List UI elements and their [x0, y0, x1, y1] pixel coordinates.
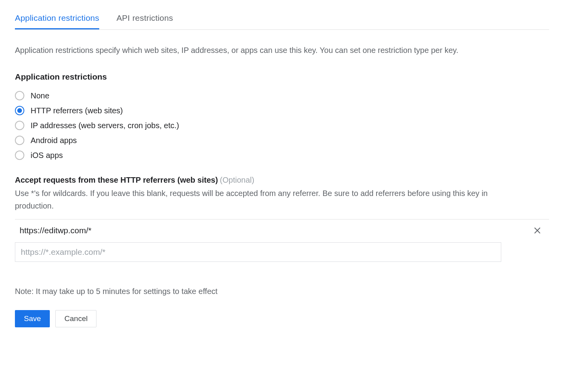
referrer-entry: https://editwp.com/* [15, 220, 549, 241]
close-icon[interactable] [532, 225, 543, 236]
cancel-button[interactable]: Cancel [55, 310, 96, 327]
referrer-input[interactable] [15, 242, 501, 262]
radio-icon [15, 136, 24, 145]
radio-icon [15, 106, 24, 115]
page-description: Application restrictions specify which w… [15, 44, 486, 56]
radio-label: IP addresses (web servers, cron jobs, et… [31, 121, 179, 130]
radio-icon [15, 91, 24, 100]
radio-label: None [31, 91, 49, 100]
save-button[interactable]: Save [15, 310, 50, 327]
radio-label: HTTP referrers (web sites) [31, 106, 123, 115]
referrers-description: Use *'s for wildcards. If you leave this… [15, 187, 501, 212]
referrers-section: Accept requests from these HTTP referrer… [15, 176, 549, 262]
tabs-bar: Application restrictions API restriction… [15, 8, 549, 30]
tab-api-restrictions[interactable]: API restrictions [116, 8, 173, 29]
settings-note: Note: It may take up to 5 minutes for se… [15, 287, 549, 296]
referrer-list: https://editwp.com/* [15, 219, 549, 262]
section-heading-application-restrictions: Application restrictions [15, 72, 549, 82]
referrers-heading: Accept requests from these HTTP referrer… [15, 176, 218, 184]
radio-option-http-referrers[interactable]: HTTP referrers (web sites) [15, 106, 549, 115]
radio-group-application-restrictions: None HTTP referrers (web sites) IP addre… [15, 91, 549, 160]
radio-option-android-apps[interactable]: Android apps [15, 136, 549, 145]
radio-icon [15, 121, 24, 130]
radio-icon [15, 151, 24, 160]
radio-label: iOS apps [31, 151, 63, 160]
referrer-value[interactable]: https://editwp.com/* [20, 226, 532, 235]
optional-label: (Optional) [220, 176, 255, 184]
radio-option-ios-apps[interactable]: iOS apps [15, 151, 549, 160]
radio-label: Android apps [31, 136, 77, 145]
radio-option-ip-addresses[interactable]: IP addresses (web servers, cron jobs, et… [15, 121, 549, 130]
radio-option-none[interactable]: None [15, 91, 549, 100]
tab-application-restrictions[interactable]: Application restrictions [15, 8, 99, 29]
button-row: Save Cancel [15, 310, 549, 327]
